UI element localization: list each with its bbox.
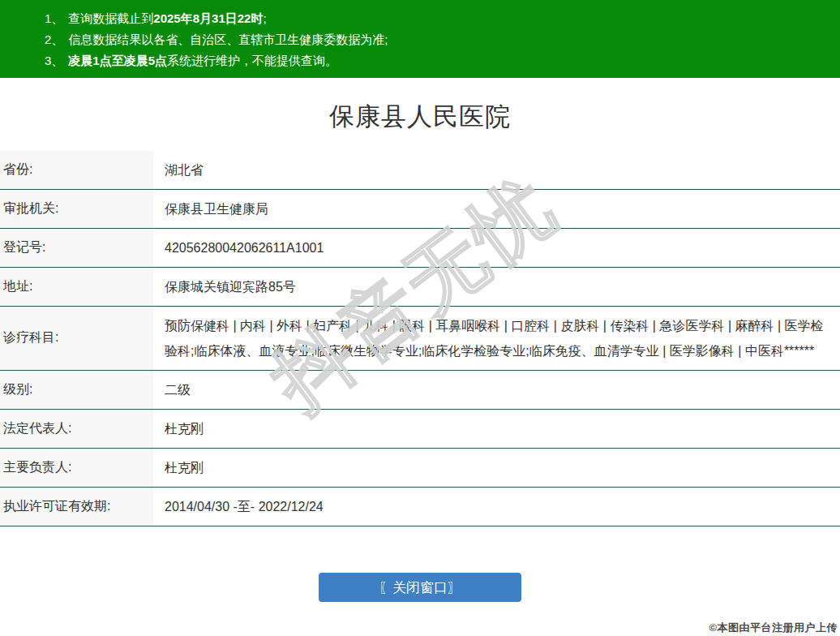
table-row-province: 省份: 湖北省 [0, 151, 840, 190]
row-label: 法定代表人: [0, 410, 153, 448]
notice-text: 查询数据截止到 [68, 11, 153, 25]
row-value: 保康城关镇迎宾路85号 [153, 268, 840, 306]
table-row-main-responsible-person: 主要负责人: 杜克刚 [0, 449, 840, 488]
row-value: 二级 [153, 371, 840, 409]
row-value: 杜克刚 [153, 449, 840, 487]
notice-number: 2、 [45, 32, 63, 46]
page-title: 保康县人民医院 [0, 100, 840, 134]
row-value: 湖北省 [153, 151, 840, 189]
notice-line-3: 3、凌晨1点至凌晨5点系统进行维护，不能提供查询。 [45, 50, 832, 71]
hospital-info-table: 省份: 湖北省 审批机关: 保康县卫生健康局 登记号: 420562800420… [0, 151, 840, 526]
row-label: 主要负责人: [0, 449, 153, 487]
notice-banner: 1、查询数据截止到2025年8月31日22时; 2、信息数据结果以各省、自治区、… [0, 0, 840, 78]
row-value: 杜克刚 [153, 410, 840, 448]
notice-text: ; [263, 11, 266, 25]
row-label: 诊疗科目: [0, 307, 153, 370]
close-window-button[interactable]: 〖关闭窗口〗 [319, 573, 521, 602]
row-label: 级别: [0, 371, 153, 409]
table-row-level: 级别: 二级 [0, 371, 840, 410]
notice-text-bold: 2025年8月31日22时 [153, 11, 263, 25]
row-value: 2014/04/30 -至- 2022/12/24 [153, 488, 840, 526]
notice-number: 1、 [45, 11, 63, 25]
notice-line-1: 1、查询数据截止到2025年8月31日22时; [45, 8, 832, 29]
row-label: 登记号: [0, 229, 153, 267]
notice-text: 信息数据结果以各省、自治区、直辖市卫生健康委数据为准; [68, 32, 388, 46]
row-label: 地址: [0, 268, 153, 306]
table-row-address: 地址: 保康城关镇迎宾路85号 [0, 268, 840, 307]
notice-text-bold: 凌晨1点至凌晨5点 [68, 54, 167, 67]
table-row-medical-subjects: 诊疗科目: 预防保健科 | 内科 | 外科 | 妇产科 | 儿科 | 眼科 | … [0, 307, 840, 371]
notice-line-2: 2、信息数据结果以各省、自治区、直辖市卫生健康委数据为准; [45, 29, 832, 50]
table-row-legal-representative: 法定代表人: 杜克刚 [0, 410, 840, 449]
row-value: 保康县卫生健康局 [153, 190, 840, 228]
row-label: 审批机关: [0, 190, 153, 228]
copyright-watermark: ©本图由平台注册用户上传 [709, 621, 838, 635]
table-row-approval-authority: 审批机关: 保康县卫生健康局 [0, 190, 840, 229]
table-row-license-validity: 执业许可证有效期: 2014/04/30 -至- 2022/12/24 [0, 488, 840, 526]
table-row-registration-number: 登记号: 42056280042062611A1001 [0, 229, 840, 268]
row-label: 执业许可证有效期: [0, 488, 153, 526]
notice-number: 3、 [45, 54, 63, 67]
row-value: 预防保健科 | 内科 | 外科 | 妇产科 | 儿科 | 眼科 | 耳鼻咽喉科 … [153, 307, 840, 370]
row-label: 省份: [0, 151, 153, 189]
notice-text: 系统进行维护，不能提供查询。 [167, 54, 337, 67]
row-value: 42056280042062611A1001 [153, 229, 840, 267]
